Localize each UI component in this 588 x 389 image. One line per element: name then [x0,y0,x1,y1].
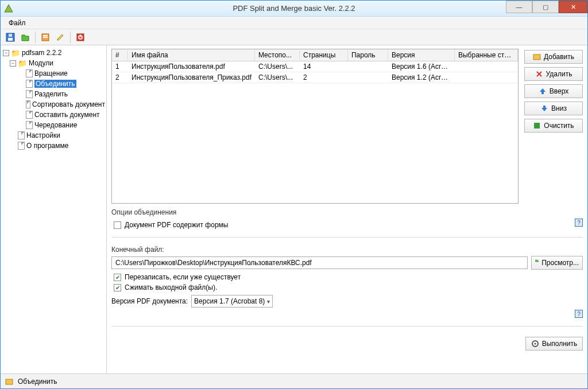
checkbox-checked-icon: ✔ [114,274,121,281]
tree-item-sort[interactable]: Сортировать документ [2,99,105,110]
page-icon [26,80,33,88]
pdf-version-label: Версия PDF документа: [111,297,188,305]
statusbar: Объединить [1,374,587,388]
svg-rect-3 [9,34,12,37]
help-icon[interactable]: ? [575,310,583,318]
page-icon [26,69,33,77]
col-location[interactable]: Местопо... [255,49,300,61]
add-icon [533,53,541,61]
help-icon[interactable]: ? [575,219,583,227]
status-text: Объединить [18,378,57,386]
toolbar-separator-2 [70,32,71,43]
status-icon [5,378,13,386]
log-icon[interactable] [39,31,52,44]
maximize-button[interactable]: ▢ [532,1,559,13]
merge-options-group: Опции объединения Документ PDF содержит … [111,208,583,229]
folder-icon: 📁 [11,49,20,57]
col-password[interactable]: Пароль [348,49,388,61]
collapse-icon[interactable]: − [3,50,9,56]
svg-point-13 [534,343,536,345]
tree-settings[interactable]: Настройки [2,130,105,141]
clear-log-icon[interactable] [54,31,67,44]
exit-icon[interactable] [74,31,87,44]
contains-forms-checkbox[interactable]: Документ PDF содержит формы [114,221,228,229]
file-list-area: # Имя файла Местопо... Страницы Пароль В… [111,49,583,204]
tree-about[interactable]: О программе [2,141,105,151]
col-selected-pages[interactable]: Выбранные стран... [455,49,518,61]
toolbar-separator [35,32,36,43]
menubar: Файл [1,17,587,29]
add-button[interactable]: Добавить [524,50,583,64]
output-path-input[interactable] [111,256,528,269]
svg-rect-6 [43,37,48,38]
svg-rect-2 [8,38,13,41]
page-icon [26,100,30,108]
svg-rect-5 [43,35,48,36]
open-icon[interactable] [19,31,32,44]
main-panel: # Имя файла Местопо... Страницы Пароль В… [107,45,587,374]
up-button[interactable]: Вверх [524,84,583,98]
svg-marker-0 [5,5,13,12]
page-icon [26,90,33,98]
output-group: Конечный файл: Просмотр... ✔ Перезаписат… [111,246,583,318]
file-table[interactable]: # Имя файла Местопо... Страницы Пароль В… [111,49,519,204]
chevron-down-icon: ▾ [267,298,270,305]
table-row[interactable]: 1 ИнструкцияПользователя.pdf C:\Users\..… [112,61,518,72]
svg-rect-14 [6,379,13,384]
window-title: PDF Split and Merge basic Ver. 2.2.2 [1,4,587,13]
down-button[interactable]: Вниз [524,102,583,115]
sidebar-tree[interactable]: − 📁 pdfsam 2.2.2 − 📁 Модули Вращение Объ… [1,45,107,374]
tree-item-merge[interactable]: Объединить [2,79,105,89]
tree-root[interactable]: − 📁 pdfsam 2.2.2 [2,48,105,58]
remove-button[interactable]: Удалить [524,67,583,81]
folder-icon: 📁 [18,59,27,68]
pdf-version-select[interactable]: Версия 1.7 (Acrobat 8) ▾ [191,295,273,308]
table-header: # Имя файла Местопо... Страницы Пароль В… [112,49,518,61]
clear-button[interactable]: Очистить [524,119,583,133]
remove-icon [535,70,543,78]
col-version[interactable]: Версия [388,49,455,61]
merge-options-title: Опции объединения [111,208,583,216]
file-actions: Добавить Удалить Вверх Вниз Очистить [524,49,583,204]
arrow-up-icon [539,87,547,95]
page-icon [26,111,33,119]
tree-item-alternate[interactable]: Чередование [2,120,105,130]
svg-rect-11 [534,123,540,129]
checkbox-checked-icon: ✔ [114,284,121,291]
app-window: PDF Split and Merge basic Ver. 2.2.2 — ▢… [0,0,588,389]
separator [111,237,583,238]
checkbox-icon [114,221,121,229]
tree-item-split[interactable]: Разделить [2,89,105,99]
page-icon [26,121,33,129]
execute-button[interactable]: Выполнить [525,337,583,351]
output-label: Конечный файл: [111,246,583,254]
table-row[interactable]: 2 ИнструкцияПользователя_Приказ.pdf C:\U… [112,72,518,83]
tree-item-compose[interactable]: Составить документ [2,110,105,120]
col-filename[interactable]: Имя файла [128,49,255,61]
collapse-icon[interactable]: − [10,60,16,67]
tree-item-rotate[interactable]: Вращение [2,68,105,79]
page-icon [18,142,25,150]
menu-file[interactable]: Файл [5,18,29,28]
save-icon[interactable] [4,31,17,44]
close-button[interactable]: ✕ [559,1,587,13]
col-index[interactable]: # [112,49,128,61]
clear-icon [533,122,541,130]
action-bar: Выполнить [111,334,583,351]
browse-button[interactable]: Просмотр... [531,256,583,270]
window-controls: — ▢ ✕ [506,1,587,13]
arrow-down-icon [540,104,548,112]
gear-icon [531,340,539,348]
toolbar [1,29,587,45]
separator [111,326,583,326]
app-icon [4,4,13,13]
svg-rect-10 [533,55,540,60]
titlebar[interactable]: PDF Split and Merge basic Ver. 2.2.2 — ▢… [1,1,587,17]
tree-modules[interactable]: − 📁 Модули [2,58,105,68]
minimize-button[interactable]: — [506,1,532,13]
svg-rect-9 [80,34,81,37]
col-pages[interactable]: Страницы [300,49,348,61]
compress-checkbox[interactable]: ✔ Сжимать выходной файл(ы). [114,283,583,291]
overwrite-checkbox[interactable]: ✔ Перезаписать, если уже существует [114,273,583,281]
body: − 📁 pdfsam 2.2.2 − 📁 Модули Вращение Объ… [1,45,587,374]
